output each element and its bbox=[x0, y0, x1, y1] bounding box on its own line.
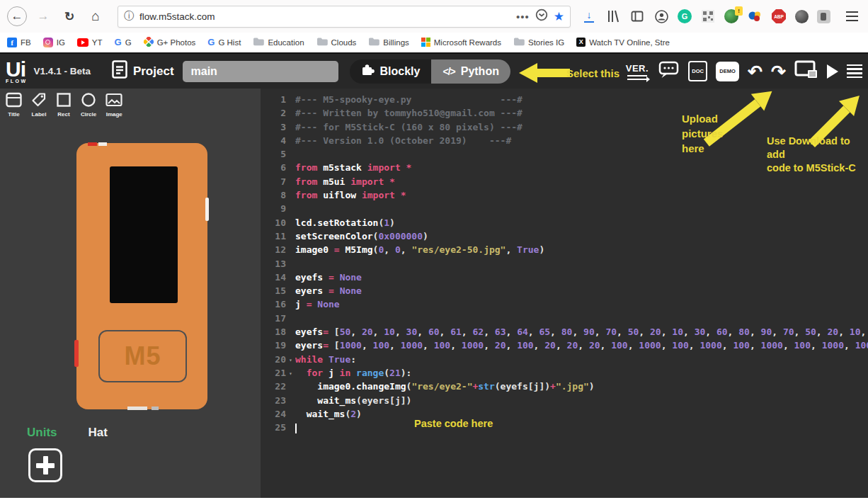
bookmark-stories-ig[interactable]: Stories IG bbox=[513, 37, 564, 47]
page-info-icon[interactable]: ⓘ bbox=[124, 10, 134, 23]
code-line[interactable]: 25 bbox=[261, 421, 868, 434]
device-screen-icon bbox=[794, 60, 818, 83]
code-line[interactable]: 12image0 = M5Img(0, 0, "res/eye2-50.jpg"… bbox=[261, 243, 868, 256]
bookmark-fb[interactable]: fFB bbox=[7, 38, 31, 47]
version-history-button[interactable]: VER. bbox=[626, 63, 649, 80]
bookmark-g[interactable]: GG bbox=[115, 37, 132, 47]
pocket-icon[interactable] bbox=[535, 8, 548, 24]
bookmark-ghist[interactable]: GG Hist bbox=[207, 37, 241, 47]
m5stick-device-preview[interactable]: M5 bbox=[76, 143, 207, 409]
code-line[interactable]: 21▾ for j in range(21): bbox=[261, 366, 868, 380]
mode-tabs: Blockly </> Python bbox=[350, 59, 510, 84]
tab-units[interactable]: Units bbox=[27, 426, 57, 440]
code-line[interactable]: 2#--- Written by tommyho510@gmail.com --… bbox=[261, 106, 868, 120]
tab-blockly[interactable]: Blockly bbox=[350, 59, 432, 84]
reload-button[interactable]: ↻ bbox=[59, 6, 79, 26]
tab-hat[interactable]: Hat bbox=[88, 426, 108, 440]
project-button[interactable]: Project bbox=[112, 60, 174, 82]
uiflow-toolbar: VER. DOC DEMO ↶ ↷ bbox=[626, 60, 868, 83]
add-unit-button[interactable] bbox=[28, 448, 62, 482]
bookmark-ms-rewards[interactable]: Microsoft Rewards bbox=[421, 38, 501, 47]
url-text[interactable]: flow.m5stack.com bbox=[139, 11, 510, 22]
tool-circle[interactable]: Circle bbox=[81, 92, 96, 118]
code-line[interactable]: 22 image0.changeImg("res/eye2-"+str(eyef… bbox=[261, 380, 868, 393]
code-line[interactable]: 16j = None bbox=[261, 297, 868, 311]
doc-button[interactable]: DOC bbox=[688, 61, 707, 81]
library-icon[interactable] bbox=[605, 8, 621, 24]
gray-extension-icon[interactable] bbox=[817, 10, 830, 23]
forward-button[interactable]: → bbox=[33, 6, 53, 26]
tool-rect[interactable]: Rect bbox=[56, 92, 72, 118]
account-icon[interactable] bbox=[653, 8, 669, 24]
demo-button[interactable]: DEMO bbox=[716, 62, 739, 81]
code-line[interactable]: 3#--- for M5Stick-C (160 x 80 pixels) --… bbox=[261, 120, 868, 134]
code-line[interactable]: 14eyefs = None bbox=[261, 271, 868, 284]
bookmark-yt[interactable]: YT bbox=[77, 38, 103, 47]
tab-python[interactable]: </> Python bbox=[431, 59, 510, 84]
code-icon: </> bbox=[442, 66, 455, 77]
code-line[interactable]: 24 wait_ms(2) bbox=[261, 407, 868, 421]
bookmark-watch-tv[interactable]: XWatch TV Online, Stre bbox=[576, 38, 670, 47]
uiflow-logo: Ui FLOW bbox=[6, 59, 28, 84]
tool-title[interactable]: Title bbox=[6, 92, 22, 118]
title-icon bbox=[6, 92, 22, 110]
code-line[interactable]: 9 bbox=[261, 202, 868, 215]
back-button[interactable]: ← bbox=[7, 6, 27, 26]
tool-image[interactable]: Image bbox=[105, 92, 122, 118]
bookmark-clouds[interactable]: Clouds bbox=[316, 37, 357, 47]
bookmark-photos[interactable]: G+ Photos bbox=[144, 37, 196, 48]
folder-icon bbox=[368, 37, 379, 47]
bookmarks-bar: fFB IG YT GG G+ Photos GG Hist Education… bbox=[0, 33, 868, 52]
svg-text:ABP: ABP bbox=[774, 14, 784, 19]
adblock-extension-icon[interactable]: ABP bbox=[771, 8, 787, 24]
peripheral-tabs: Units Hat bbox=[27, 426, 108, 440]
folder-icon bbox=[316, 37, 328, 47]
code-line[interactable]: 13 bbox=[261, 257, 868, 271]
dots-extension-icon[interactable] bbox=[747, 8, 763, 24]
device-screen[interactable] bbox=[110, 166, 178, 303]
microsoft-icon bbox=[421, 38, 430, 47]
undo-button[interactable]: ↶ bbox=[748, 64, 763, 79]
code-line[interactable]: 17 bbox=[261, 312, 868, 325]
project-name-input[interactable] bbox=[183, 61, 338, 82]
browser-toolbar: ← → ↻ ⌂ ⓘ flow.m5stack.com ••• ★ ↓ G bbox=[0, 0, 868, 33]
run-button[interactable] bbox=[827, 64, 838, 79]
code-line[interactable]: 15eyers = None bbox=[261, 284, 868, 297]
download-icon[interactable]: ↓ bbox=[581, 8, 597, 24]
device-accent bbox=[127, 407, 147, 410]
ui-designer-sidebar: Title Label Rect Circle bbox=[0, 89, 261, 498]
bookmark-star-icon[interactable]: ★ bbox=[554, 9, 564, 24]
dark-extension-icon[interactable] bbox=[795, 10, 809, 23]
tool-label[interactable]: Label bbox=[31, 92, 47, 118]
qr-extension-icon[interactable] bbox=[700, 8, 716, 24]
code-line[interactable]: 7from m5ui import * bbox=[261, 175, 868, 188]
home-button[interactable]: ⌂ bbox=[86, 6, 105, 26]
google-icon: G bbox=[207, 37, 215, 47]
code-line[interactable]: 19eyers= [1000, 100, 1000, 100, 1000, 20… bbox=[261, 339, 868, 352]
uiflow-body: Title Label Rect Circle bbox=[0, 89, 868, 498]
feedback-button[interactable] bbox=[657, 60, 680, 83]
uiflow-header: Ui FLOW V1.4.1 - Beta Project Blockly bbox=[0, 54, 868, 89]
bookmark-billings[interactable]: Billings bbox=[368, 37, 409, 47]
code-line[interactable]: 11setScreenColor(0x000000) bbox=[261, 229, 868, 243]
label-icon bbox=[31, 92, 47, 110]
chat-icon bbox=[657, 60, 680, 83]
sidebar-toggle-icon[interactable] bbox=[629, 8, 645, 24]
code-line[interactable]: 20▾while True: bbox=[261, 353, 868, 366]
alert-extension-icon[interactable]: ! bbox=[724, 9, 738, 23]
code-line[interactable]: 10lcd.setRotation(1) bbox=[261, 216, 868, 229]
grammarly-extension-icon[interactable]: G bbox=[678, 9, 692, 23]
bookmark-education[interactable]: Education bbox=[253, 37, 304, 47]
download-menu-button[interactable] bbox=[847, 64, 862, 78]
code-line[interactable]: 18eyefs= [50, 20, 10, 30, 60, 61, 62, 63… bbox=[261, 325, 868, 339]
browser-menu-icon[interactable] bbox=[846, 11, 858, 21]
code-line[interactable]: 23 wait_ms(eyers[j]) bbox=[261, 394, 868, 407]
code-line[interactable]: 8from uiflow import * bbox=[261, 188, 868, 202]
puzzle-icon bbox=[361, 63, 375, 79]
device-side-button bbox=[74, 340, 79, 367]
upload-device-button[interactable] bbox=[794, 60, 818, 83]
page-actions-icon[interactable]: ••• bbox=[516, 11, 530, 23]
bookmark-ig[interactable]: IG bbox=[43, 38, 65, 47]
url-bar[interactable]: ⓘ flow.m5stack.com ••• ★ bbox=[118, 6, 571, 28]
redo-button[interactable]: ↷ bbox=[771, 64, 786, 79]
